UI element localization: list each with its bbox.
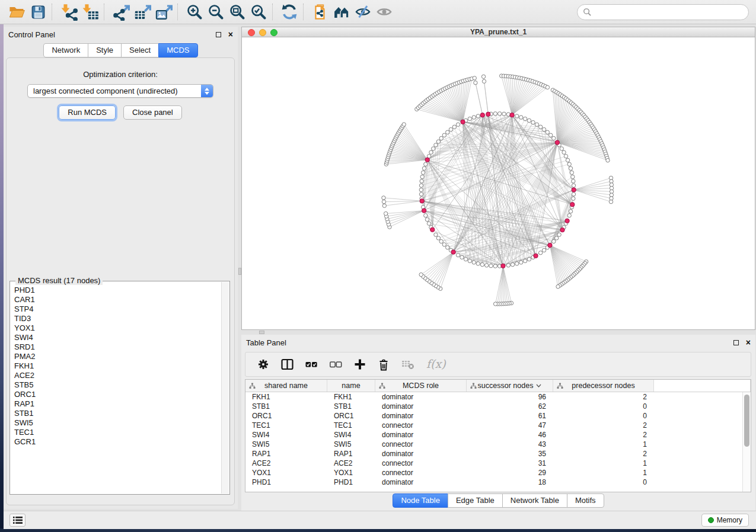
- status-bar: Memory: [4, 511, 756, 529]
- tab-motifs[interactable]: Motifs: [567, 493, 604, 508]
- show-graphics-details-icon[interactable]: [374, 2, 395, 22]
- share-document-icon[interactable]: [310, 2, 331, 22]
- table-cell: 1: [553, 469, 654, 477]
- tab-select[interactable]: Select: [121, 43, 159, 57]
- tab-edge-table[interactable]: Edge Table: [448, 493, 503, 508]
- overview-icon[interactable]: [331, 2, 352, 22]
- table-row[interactable]: RAP1RAP1dominator352: [245, 449, 751, 459]
- table-cell: connector: [375, 440, 467, 448]
- memory-button[interactable]: Memory: [701, 514, 749, 527]
- mcds-result-item[interactable]: PHD1: [11, 286, 221, 295]
- table-cell: SWI4: [327, 431, 375, 439]
- table-settings-icon[interactable]: [257, 358, 269, 370]
- save-session-icon[interactable]: [27, 2, 49, 22]
- optimization-criterion-select[interactable]: largest connected component (undirected): [27, 84, 213, 98]
- hide-graphics-details-icon[interactable]: [352, 2, 374, 22]
- mcds-result-item[interactable]: SWI5: [11, 418, 221, 428]
- table-row[interactable]: ACE2ACE2connector311: [245, 459, 751, 468]
- mcds-result-item[interactable]: PMA2: [11, 352, 221, 361]
- tab-mcds[interactable]: MCDS: [158, 43, 197, 57]
- column-header-predecessor-nodes[interactable]: predecessor nodes: [553, 380, 654, 392]
- table-cell: SWI5: [327, 440, 375, 448]
- column-header-successor-nodes[interactable]: successor nodes: [467, 380, 553, 392]
- export-network-icon[interactable]: [110, 2, 132, 22]
- deselect-all-rows-icon[interactable]: [330, 358, 342, 370]
- table-cell: 43: [467, 440, 553, 448]
- zoom-selected-icon[interactable]: [248, 2, 269, 22]
- open-session-icon[interactable]: [6, 2, 27, 22]
- mcds-result-item[interactable]: RAP1: [11, 399, 221, 409]
- export-table-icon[interactable]: [132, 2, 153, 22]
- close-panel-button[interactable]: Close panel: [123, 105, 182, 120]
- search-input[interactable]: [592, 6, 748, 18]
- table-row[interactable]: YOX1YOX1connector291: [245, 468, 751, 477]
- add-column-icon[interactable]: [354, 358, 366, 370]
- column-header-name[interactable]: name: [327, 380, 375, 392]
- column-header-mcds-role[interactable]: MCDS role: [375, 380, 467, 392]
- mcds-result-item[interactable]: TEC1: [11, 428, 221, 437]
- mcds-result-item[interactable]: CAR1: [11, 295, 221, 305]
- table-row[interactable]: SWI5SWI5connector431: [245, 440, 751, 449]
- run-mcds-button[interactable]: Run MCDS: [59, 105, 116, 120]
- mcds-result-item[interactable]: ACE2: [11, 371, 221, 380]
- float-panel-icon[interactable]: [733, 340, 739, 345]
- toolbar-separator: [52, 4, 55, 20]
- mcds-result-item[interactable]: ORC1: [11, 390, 221, 399]
- column-header-filler: [654, 380, 751, 392]
- show-columns-icon[interactable]: [281, 358, 294, 370]
- mcds-result-item[interactable]: STB5: [11, 380, 221, 390]
- mcds-result-list[interactable]: PHD1CAR1STP4TID3YOX1SWI4SRD1PMA2FKH1ACE2…: [11, 282, 221, 493]
- mcds-result-item[interactable]: SRD1: [11, 342, 221, 352]
- import-network-icon[interactable]: [58, 2, 79, 22]
- apply-layout-icon[interactable]: [279, 2, 300, 22]
- mcds-result-item[interactable]: SWI4: [11, 333, 221, 342]
- task-history-button[interactable]: [9, 514, 25, 527]
- zoom-fit-icon[interactable]: [227, 2, 248, 22]
- close-panel-icon[interactable]: ×: [746, 340, 751, 345]
- close-panel-icon[interactable]: ×: [228, 32, 233, 37]
- import-table-icon[interactable]: [79, 2, 101, 22]
- table-row[interactable]: SWI4SWI4dominator462: [245, 430, 751, 440]
- table-row[interactable]: PHD1PHD1dominator180: [245, 477, 751, 487]
- network-window-titlebar[interactable]: YPA_prune.txt_1: [241, 27, 755, 37]
- table-row[interactable]: ORC1ORC1dominator610: [245, 411, 751, 421]
- tab-network-table[interactable]: Network Table: [502, 493, 567, 508]
- table-scrollbar-track[interactable]: [742, 392, 751, 492]
- mcds-result-group: MCDS result (17 nodes) PHD1CAR1STP4TID3Y…: [9, 281, 230, 495]
- mcds-result-item[interactable]: STB1: [11, 409, 221, 418]
- delete-columns-icon[interactable]: [378, 358, 390, 371]
- table-cell: RAP1: [327, 450, 375, 458]
- export-image-icon[interactable]: [153, 2, 174, 22]
- zoom-out-icon[interactable]: [205, 2, 227, 22]
- table-cell: STB1: [245, 402, 327, 411]
- maximize-window-icon[interactable]: [270, 29, 277, 36]
- table-cell: dominator: [375, 431, 467, 439]
- mcds-list-scrollbar[interactable]: [221, 282, 229, 493]
- minimize-window-icon[interactable]: [259, 29, 266, 36]
- table-cell: connector: [375, 421, 467, 430]
- table-cell: connector: [375, 459, 467, 467]
- table-row[interactable]: STB1STB1dominator620: [245, 402, 751, 411]
- table-row[interactable]: FKH1FKH1dominator962: [245, 392, 751, 402]
- close-window-icon[interactable]: [248, 29, 255, 36]
- tab-network[interactable]: Network: [43, 43, 88, 57]
- search-field[interactable]: [577, 4, 749, 20]
- tab-node-table[interactable]: Node Table: [393, 493, 448, 508]
- table-scrollbar-thumb[interactable]: [744, 395, 749, 447]
- float-panel-icon[interactable]: [216, 32, 221, 37]
- mcds-result-item[interactable]: GCR1: [11, 437, 221, 447]
- mcds-result-item[interactable]: FKH1: [11, 361, 221, 371]
- table-row[interactable]: TEC1TEC1connector472: [245, 421, 751, 430]
- horizontal-splitter-handle[interactable]: [259, 331, 264, 334]
- zoom-in-icon[interactable]: [184, 2, 205, 22]
- mcds-result-item[interactable]: YOX1: [11, 323, 221, 333]
- column-header-shared-name[interactable]: shared name: [245, 380, 327, 392]
- table-panel-title: Table Panel: [246, 336, 733, 347]
- table-cell: 31: [467, 459, 553, 467]
- network-canvas[interactable]: [241, 37, 755, 330]
- tab-style[interactable]: Style: [88, 43, 122, 57]
- select-all-rows-icon[interactable]: [305, 358, 318, 370]
- mcds-result-item[interactable]: STP4: [11, 305, 221, 314]
- mcds-result-item[interactable]: TID3: [11, 314, 221, 323]
- window-controls: [248, 29, 277, 36]
